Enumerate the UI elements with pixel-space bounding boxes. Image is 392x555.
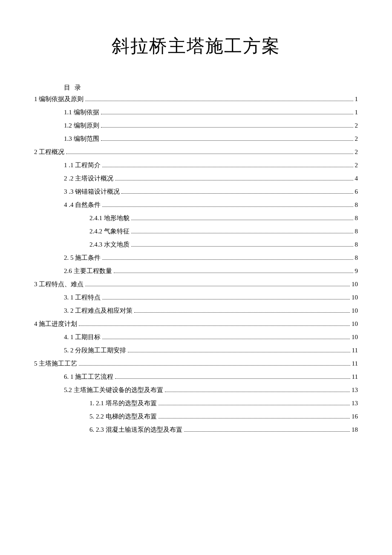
toc-entry-label: 2.4.2 气象特征 [89,227,130,235]
toc-entry-label: 1.2 编制原则 [64,122,99,129]
toc-leader-dots [85,101,353,101]
toc-entry-page: 10 [352,280,358,288]
toc-entry-page: 1 [355,108,358,116]
toc-entry: 3 工程特点、难点10 [34,280,358,288]
toc-entry-page: 11 [352,360,358,367]
toc-entry: 5 主塔施工工艺11 [34,360,358,367]
toc-entry: 4 .4 自然条件8 [34,201,358,209]
toc-entry-page: 8 [355,201,358,209]
toc-entry: 6. 1 施工工艺流程 11 [34,373,358,381]
toc-entry-label: 1.1 编制依据 [64,108,99,116]
toc-entry: 4. 1 工期目标 10 [34,333,358,341]
toc-leader-dots [79,365,350,366]
toc-leader-dots [165,392,350,392]
toc-leader-dots [131,220,353,220]
toc-leader-dots [102,259,353,260]
toc-entry-page: 18 [352,426,358,433]
toc-leader-dots [102,206,353,207]
toc-entry-label: 3 工程特点、难点 [34,280,84,288]
toc-entry: 5.2 主塔施工关键设备的选型及布置 13 [34,386,358,394]
toc-entry-page: 9 [355,267,358,275]
toc-leader-dots [101,140,353,141]
toc-entry-label: 4 施工进度计划 [34,320,77,328]
toc-leader-dots [159,405,350,405]
toc-entry-page: 10 [352,333,358,341]
toc-entry: 2. 5 施工条件 8 [34,254,358,262]
toc-entry-label: 5 主塔施工工艺 [34,360,77,367]
toc-entry-label: 1 编制依据及原则 [34,95,84,103]
toc-entry-page: 8 [355,214,358,222]
toc-entry-label: 2 工程概况 [34,148,64,156]
toc-entry-label: 2.6 主要工程数量 [64,267,112,275]
toc-leader-dots [134,312,350,313]
toc-leader-dots [131,233,353,233]
toc-leader-dots [85,286,350,286]
toc-entry-page: 8 [355,254,358,262]
toc-leader-dots [101,114,353,114]
toc-entry-page: 16 [352,413,358,420]
toc-entry-page: 10 [352,320,358,328]
toc-leader-dots [159,418,350,418]
toc-leader-dots [114,273,353,273]
toc-entry: 2 工程概况2 [34,148,358,156]
toc-entry-page: 8 [355,227,358,235]
toc-entry-page: 2 [355,148,358,156]
toc-header: 目 录 [64,84,358,92]
toc-entry-page: 10 [352,307,358,314]
toc-entry: 1 编制依据及原则1 [34,95,358,103]
toc-leader-dots [115,180,353,180]
toc-entry-page: 13 [352,399,358,407]
toc-entry-label: 6. 2.3 混凝土输送泵的选型及布置 [89,426,182,433]
toc-entry-page: 11 [352,346,358,354]
toc-entry-page: 4 [355,174,358,182]
toc-entry: 2.4.1 地形地貌8 [34,214,358,222]
toc-entry-page: 1 [355,95,358,103]
toc-entry-label: 3. 2 工程难点及相应对策 [64,307,133,314]
toc-entry: 5. 2.2 电梯的选型及布置16 [34,413,358,420]
toc-entry: 1.2 编制原则 2 [34,122,358,129]
table-of-contents: 1 编制依据及原则11.1 编制依据 11.2 编制原则 21.3 编制范围 2… [34,95,358,433]
toc-entry-label: 2. 5 施工条件 [64,254,101,262]
toc-entry: 3. 1 工程特点 10 [34,293,358,301]
toc-entry-label: 1 .1 工程简介 [64,161,101,169]
toc-entry: 1.1 编制依据 1 [34,108,358,116]
toc-entry-page: 2 [355,122,358,129]
toc-leader-dots [115,378,350,379]
toc-entry: 3. 2 工程难点及相应对策 10 [34,307,358,314]
document-title: 斜拉桥主塔施工方案 [34,34,358,58]
toc-leader-dots [102,167,353,167]
toc-entry: 2.4.3 水文地质8 [34,241,358,248]
toc-leader-dots [131,246,353,247]
toc-leader-dots [121,193,353,194]
toc-entry: 4 施工进度计划10 [34,320,358,328]
toc-entry: 2.4.2 气象特征8 [34,227,358,235]
toc-entry-label: 5.2 主塔施工关键设备的选型及布置 [64,386,163,394]
toc-entry-page: 13 [352,386,358,394]
toc-entry-label: 5. 2.2 电梯的选型及布置 [89,413,157,420]
toc-entry-label: 2 .2 主塔设计概况 [64,174,113,182]
toc-entry-label: 1.3 编制范围 [64,135,99,142]
toc-entry-label: 1. 2.1 塔吊的选型及布置 [89,399,157,407]
toc-entry: 6. 2.3 混凝土输送泵的选型及布置18 [34,426,358,433]
toc-entry-page: 11 [352,373,358,381]
toc-entry-label: 2.4.3 水文地质 [89,241,130,248]
toc-entry-label: 4. 1 工期目标 [64,333,101,341]
toc-leader-dots [101,127,353,128]
toc-entry-page: 8 [355,241,358,248]
toc-leader-dots [184,431,350,432]
toc-leader-dots [102,299,350,299]
toc-entry: 2.6 主要工程数量 9 [34,267,358,275]
toc-entry-page: 2 [355,161,358,169]
toc-entry: 1.3 编制范围 2 [34,135,358,142]
toc-entry: 1. 2.1 塔吊的选型及布置13 [34,399,358,407]
toc-entry: 2 .2 主塔设计概况4 [34,174,358,182]
toc-leader-dots [128,352,350,352]
toc-entry-label: 5. 2 分段施工工期安排 [64,346,126,354]
toc-entry-page: 2 [355,135,358,142]
toc-entry-label: 3. 1 工程特点 [64,293,101,301]
toc-entry-label: 2.4.1 地形地貌 [89,214,130,222]
toc-leader-dots [79,325,350,326]
toc-leader-dots [102,339,350,339]
toc-entry-label: 4 .4 自然条件 [64,201,101,209]
toc-entry-label: 6. 1 施工工艺流程 [64,373,113,381]
